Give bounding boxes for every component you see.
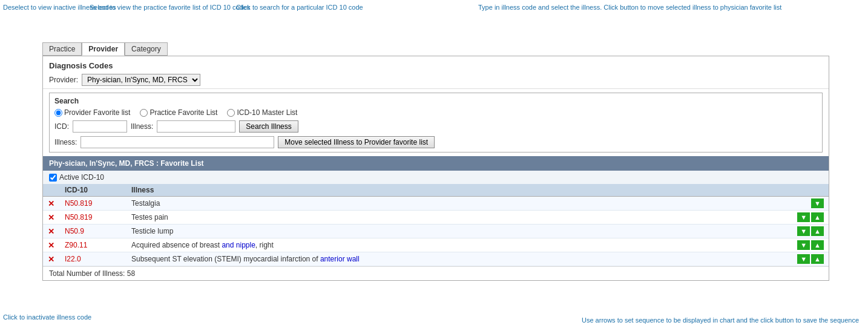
arrows-cell: ▼▲	[786, 211, 829, 225]
illness-search-label: Illness:	[131, 122, 153, 131]
icd-search-row: ICD: Illness: Search Illness	[54, 120, 817, 133]
total-row: Total Number of Illness: 58	[43, 266, 829, 280]
tabs-row: Practice Provider Category	[42, 42, 862, 56]
main-panel: Diagnosis Codes Provider: Phy-sician, In…	[42, 56, 829, 281]
table-row: ✕I22.0Subsequent ST elevation (STEMI) my…	[43, 252, 829, 266]
delete-icon[interactable]: ✕	[48, 255, 54, 264]
table-header-row: ICD-10 Illness	[43, 184, 829, 197]
delete-icon[interactable]: ✕	[48, 241, 54, 250]
arrow-up-button[interactable]: ▲	[811, 254, 824, 264]
diagnosis-header: Diagnosis Codes Provider: Phy-sician, In…	[43, 56, 829, 89]
radio-provider-input[interactable]	[54, 109, 62, 117]
annotation-type-illness: Type in illness code and select the illn…	[478, 3, 781, 12]
illness-cell: Testicle lump	[127, 225, 786, 238]
annotation-inactivate: Click to inactivate illness code	[3, 313, 91, 322]
illness-cell: Acquired absence of breast and nipple, r…	[127, 238, 786, 252]
tab-category[interactable]: Category	[125, 42, 168, 56]
arrow-down-button[interactable]: ▼	[797, 240, 810, 250]
radio-practice-label: Practice Favorite List	[150, 108, 217, 117]
illness-link[interactable]: and nipple	[222, 241, 255, 249]
icd-input[interactable]	[73, 120, 127, 133]
radio-practice-favorite[interactable]: Practice Favorite List	[140, 108, 217, 117]
search-section: Search Provider Favorite list Practice F…	[49, 93, 823, 153]
annotation-search-icd: Click to search for a particular ICD 10 …	[236, 3, 363, 12]
active-icd-row: Active ICD-10	[43, 171, 829, 184]
arrow-up-button[interactable]: ▲	[811, 212, 824, 222]
tab-practice[interactable]: Practice	[42, 42, 82, 56]
icd-cell: Z90.11	[60, 238, 127, 252]
arrow-up-button[interactable]: ▲	[811, 226, 824, 236]
radio-icd10-input[interactable]	[227, 109, 235, 117]
search-illness-button[interactable]: Search Illness	[239, 120, 298, 133]
table-row: ✕N50.9Testicle lump▼▲	[43, 225, 829, 238]
delete-cell: ✕	[43, 197, 60, 211]
icd-link[interactable]: I22.0	[65, 255, 81, 263]
illness-cell: Subsequent ST elevation (STEMI) myocardi…	[127, 252, 786, 266]
icd-link[interactable]: N50.819	[65, 213, 92, 221]
arrow-down-button[interactable]: ▼	[797, 226, 810, 236]
search-title: Search	[54, 97, 817, 105]
radio-provider-label: Provider Favorite list	[64, 108, 130, 117]
icd-link[interactable]: N50.819	[65, 199, 92, 208]
annotation-arrows: Use arrows to set sequence to be display…	[582, 316, 859, 325]
favorite-list-header: Phy-sician, In'Sync, MD, FRCS : Favorite…	[43, 156, 829, 171]
delete-icon[interactable]: ✕	[48, 213, 54, 222]
illness-link[interactable]: anterior wall	[320, 255, 360, 263]
move-to-provider-button[interactable]: Move selected Illness to Provider favori…	[278, 136, 435, 148]
arrows-cell: ▼	[786, 197, 829, 211]
delete-cell: ✕	[43, 225, 60, 238]
icd-cell: N50.819	[60, 197, 127, 211]
col-delete	[43, 184, 60, 197]
active-icd-checkbox[interactable]	[49, 174, 57, 182]
arrow-down-button[interactable]: ▼	[797, 212, 810, 222]
table-row: ✕Z90.11Acquired absence of breast and ni…	[43, 238, 829, 252]
delete-icon[interactable]: ✕	[48, 227, 54, 236]
provider-row: Provider: Phy-sician, In'Sync, MD, FRCS	[49, 74, 823, 86]
arrows-cell: ▼▲	[786, 225, 829, 238]
icd-cell: N50.9	[60, 225, 127, 238]
col-arrows	[786, 184, 829, 197]
table-row: ✕N50.819Testes pain▼▲	[43, 211, 829, 225]
annotation-practice-list: Select to view the practice favorite lis…	[90, 3, 250, 12]
radio-practice-input[interactable]	[140, 109, 148, 117]
illness-cell: Testes pain	[127, 211, 786, 225]
provider-label: Provider:	[49, 76, 78, 84]
arrow-up-button[interactable]: ▲	[811, 240, 824, 250]
icd-cell: I22.0	[60, 252, 127, 266]
icd-cell: N50.819	[60, 211, 127, 225]
page-wrapper: Deselect to view inactive illness codes …	[0, 0, 868, 328]
delete-cell: ✕	[43, 211, 60, 225]
icd-table: ICD-10 Illness ✕N50.819Testalgia▼✕N50.81…	[43, 184, 829, 266]
col-icd10: ICD-10	[60, 184, 127, 197]
illness-full-row: Illness: Move selected Illness to Provid…	[54, 136, 817, 148]
radio-icd10-label: ICD-10 Master List	[237, 108, 297, 117]
illness-search-input[interactable]	[157, 120, 235, 133]
radio-row: Provider Favorite list Practice Favorite…	[54, 108, 817, 117]
icd-link[interactable]: N50.9	[65, 227, 84, 235]
provider-select[interactable]: Phy-sician, In'Sync, MD, FRCS	[82, 74, 200, 86]
tab-provider[interactable]: Provider	[82, 42, 125, 56]
diagnosis-title: Diagnosis Codes	[49, 61, 823, 70]
table-row: ✕N50.819Testalgia▼	[43, 197, 829, 211]
illness-cell: Testalgia	[127, 197, 786, 211]
delete-cell: ✕	[43, 252, 60, 266]
active-icd-label: Active ICD-10	[59, 173, 104, 182]
icd-label: ICD:	[54, 122, 69, 131]
col-illness: Illness	[127, 184, 786, 197]
radio-provider-favorite[interactable]: Provider Favorite list	[54, 108, 130, 117]
delete-icon[interactable]: ✕	[48, 199, 54, 208]
arrows-cell: ▼▲	[786, 252, 829, 266]
delete-cell: ✕	[43, 238, 60, 252]
arrows-cell: ▼▲	[786, 238, 829, 252]
arrow-down-button[interactable]: ▼	[811, 198, 824, 208]
icd-link[interactable]: Z90.11	[65, 241, 87, 249]
illness-full-input[interactable]	[81, 136, 274, 148]
illness-full-label: Illness:	[54, 138, 77, 146]
radio-icd10-master[interactable]: ICD-10 Master List	[227, 108, 297, 117]
arrow-down-button[interactable]: ▼	[797, 254, 810, 264]
